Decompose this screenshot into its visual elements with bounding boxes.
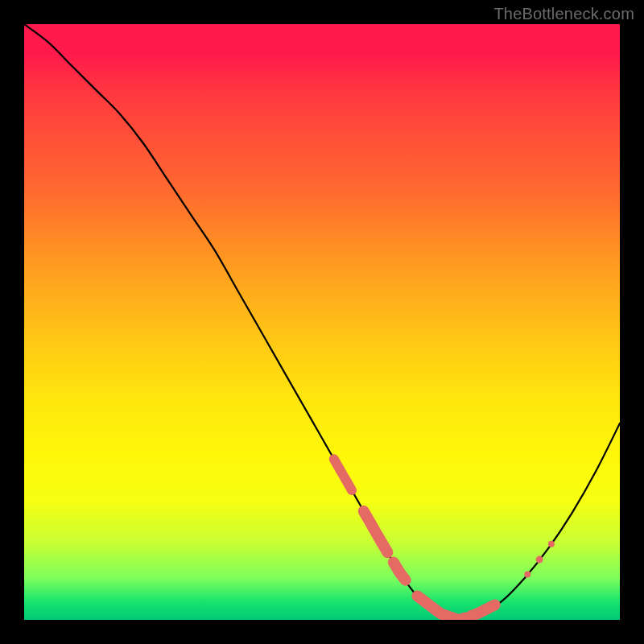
watermark-text: TheBottleneck.com <box>493 5 634 23</box>
bottleneck-curve <box>24 24 620 620</box>
chart-frame: TheBottleneck.com <box>0 0 644 644</box>
curve-markers <box>334 459 555 620</box>
marker-segment <box>334 459 352 490</box>
marker-dot <box>524 572 530 578</box>
marker-dot <box>548 541 555 547</box>
marker-segment <box>364 511 388 552</box>
curve-layer <box>24 24 620 620</box>
marker-segment <box>417 596 464 620</box>
marker-segment <box>471 605 495 617</box>
marker-segment <box>394 562 406 580</box>
plot-area <box>24 24 620 620</box>
marker-dot <box>536 556 543 564</box>
